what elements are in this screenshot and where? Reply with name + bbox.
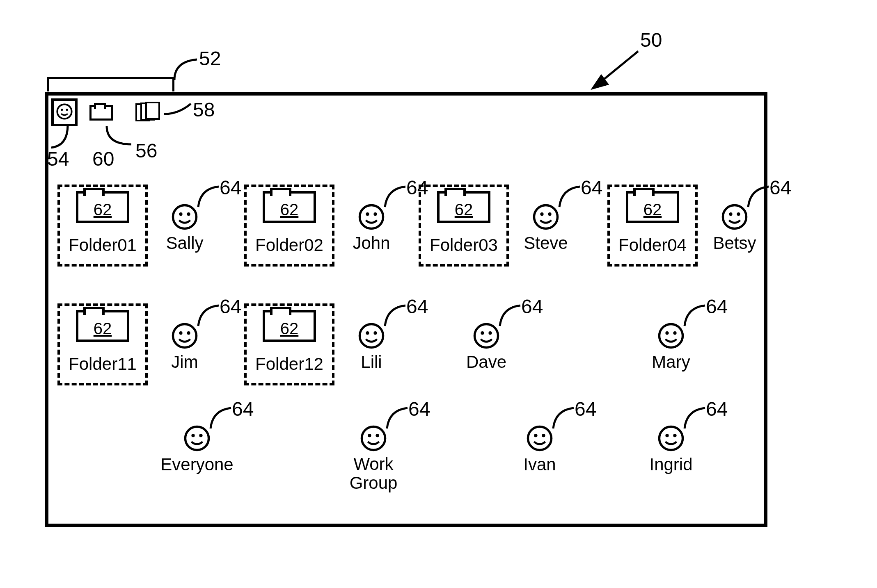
person-item[interactable]: Ingrid (640, 424, 702, 474)
smile-icon (360, 424, 387, 452)
svg-point-21 (366, 331, 369, 335)
folder-view-button[interactable] (89, 105, 113, 121)
ref-64: 64 (769, 176, 791, 199)
ref-64: 64 (706, 295, 728, 318)
svg-point-22 (373, 331, 377, 335)
svg-point-10 (373, 212, 377, 216)
ref-64: 64 (706, 398, 728, 420)
smile-icon (657, 322, 685, 350)
ref-52: 52 (199, 47, 221, 70)
folder-inner-ref: 62 (78, 194, 127, 226)
svg-point-35 (528, 426, 551, 450)
person-item[interactable]: Work Group (328, 424, 419, 492)
person-item[interactable]: Ivan (509, 424, 570, 474)
ref-64: 64 (220, 176, 241, 199)
smile-icon (171, 322, 199, 350)
folder-item[interactable]: 62 Folder11 (57, 303, 148, 385)
smile-icon (55, 103, 73, 121)
person-item[interactable]: Everyone (152, 424, 242, 474)
folder-item[interactable]: 62 Folder12 (244, 303, 334, 385)
svg-point-33 (368, 434, 371, 437)
svg-point-34 (376, 434, 379, 437)
ref-64: 64 (575, 398, 596, 420)
folder-item[interactable]: 62 Folder03 (419, 185, 509, 267)
person-label: Betsy (704, 233, 765, 253)
files-view-button[interactable] (135, 102, 162, 122)
folder-item[interactable]: 62 Folder01 (57, 185, 148, 267)
folder-item[interactable]: 62 Folder04 (607, 185, 698, 267)
svg-point-40 (673, 434, 676, 437)
svg-point-16 (737, 212, 740, 216)
folder-inner-ref: 62 (628, 194, 677, 226)
ref-64: 64 (581, 176, 602, 199)
svg-point-32 (362, 426, 385, 450)
person-label: Mary (640, 352, 702, 372)
folder-inner-ref: 62 (265, 194, 314, 226)
toolbar-bracket (47, 77, 174, 91)
svg-point-18 (179, 331, 182, 335)
folder-label: Folder04 (610, 235, 695, 255)
folder-inner-ref: 62 (78, 312, 127, 344)
smile-icon (532, 203, 560, 231)
person-item[interactable]: Mary (640, 322, 702, 372)
svg-point-15 (729, 212, 732, 216)
svg-point-14 (723, 205, 746, 228)
smile-icon (357, 322, 385, 350)
svg-point-27 (665, 331, 669, 335)
svg-point-13 (548, 212, 551, 216)
folder-item[interactable]: 62 Folder02 (244, 185, 334, 267)
person-item[interactable]: Jim (154, 322, 215, 372)
person-label: Everyone (152, 455, 242, 474)
folder-icon (89, 105, 113, 121)
diagram-canvas: 50 52 54 56 (0, 0, 877, 588)
svg-point-38 (659, 426, 682, 450)
person-item[interactable]: John (341, 203, 402, 253)
svg-point-24 (481, 331, 484, 335)
person-item[interactable]: Betsy (704, 203, 765, 253)
svg-point-17 (173, 324, 196, 347)
person-label: John (341, 233, 402, 253)
svg-point-7 (187, 212, 190, 216)
smile-icon (657, 424, 685, 452)
svg-point-2 (57, 104, 71, 119)
svg-point-37 (542, 434, 545, 437)
folder-inner-ref: 62 (265, 312, 314, 344)
ref-64: 64 (408, 398, 430, 420)
smile-icon (472, 322, 500, 350)
person-label: Ivan (509, 455, 570, 474)
ref-54: 54 (47, 148, 69, 170)
smile-icon (357, 203, 385, 231)
folder-icon: 62 (76, 191, 129, 223)
svg-point-30 (191, 434, 195, 437)
person-label: Dave (456, 352, 517, 372)
person-item[interactable]: Steve (515, 203, 577, 253)
folder-icon: 62 (263, 310, 316, 342)
svg-point-29 (185, 426, 208, 450)
ref-56: 56 (135, 139, 157, 162)
person-label: Lili (341, 352, 402, 372)
svg-point-28 (673, 331, 676, 335)
svg-point-6 (179, 212, 182, 216)
svg-point-20 (360, 324, 383, 347)
ref-64: 64 (521, 295, 543, 318)
person-label: Steve (515, 233, 577, 253)
folder-icon: 62 (76, 310, 129, 342)
svg-point-19 (187, 331, 190, 335)
folder-label: Folder12 (247, 354, 332, 374)
person-item[interactable]: Dave (456, 322, 517, 372)
ref-58: 58 (193, 98, 215, 121)
folder-inner-ref: 62 (440, 194, 488, 226)
smile-icon (171, 203, 199, 231)
svg-point-23 (474, 324, 498, 347)
person-item[interactable]: Sally (154, 203, 215, 253)
person-item[interactable]: Lili (341, 322, 402, 372)
person-label: Ingrid (640, 455, 702, 474)
svg-point-31 (199, 434, 202, 437)
stack-icon (135, 102, 162, 122)
ref-50: 50 (640, 29, 662, 51)
svg-point-5 (173, 205, 196, 228)
svg-point-9 (366, 212, 369, 216)
svg-point-25 (488, 331, 492, 335)
ref-64: 64 (232, 398, 254, 420)
people-view-button[interactable] (51, 98, 78, 126)
